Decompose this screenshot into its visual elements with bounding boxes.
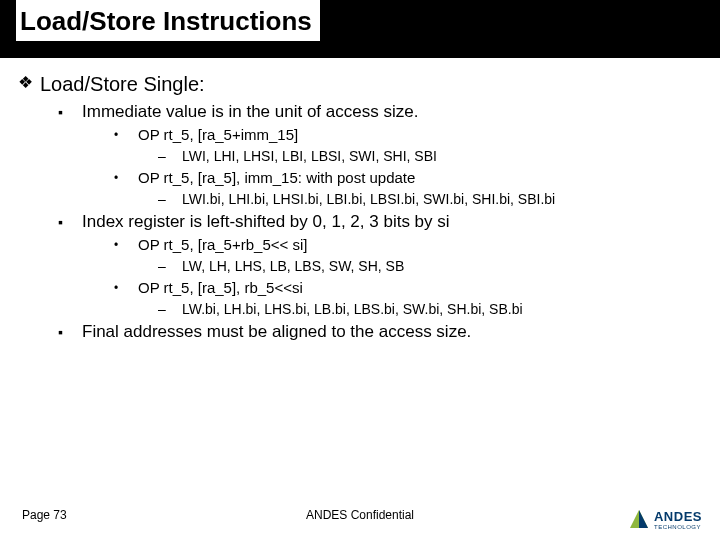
list-item: • OP rt_5, [ra_5], imm_15: with post upd… [114, 169, 702, 187]
list-item: ▪ Immediate value is in the unit of acce… [58, 102, 702, 122]
slide: Load/Store Instructions ❖ Load/Store Sin… [0, 0, 720, 540]
list-item: ▪ Final addresses must be aligned to the… [58, 322, 702, 342]
title-bar: Load/Store Instructions [0, 0, 720, 58]
list-item: – LW.bi, LH.bi, LHS.bi, LB.bi, LBS.bi, S… [158, 300, 702, 318]
slide-content: ❖ Load/Store Single: ▪ Immediate value i… [0, 58, 720, 342]
svg-marker-1 [639, 510, 648, 528]
list-text: LWI.bi, LHI.bi, LHSI.bi, LBI.bi, LBSI.bi… [182, 190, 555, 208]
list-text: Index register is left-shifted by 0, 1, … [82, 212, 450, 232]
andes-logo: ANDES TECHNOLOGY [628, 507, 702, 530]
logo-text: ANDES [654, 509, 702, 524]
footer: Page 73 ANDES Confidential ANDES TECHNOL… [0, 500, 720, 530]
list-text: LW.bi, LH.bi, LHS.bi, LB.bi, LBS.bi, SW.… [182, 300, 523, 318]
logo-subtext: TECHNOLOGY [654, 524, 702, 530]
list-item: • OP rt_5, [ra_5+imm_15] [114, 126, 702, 144]
logo-mark-icon [628, 508, 650, 530]
list-text: OP rt_5, [ra_5+rb_5<< si] [138, 236, 307, 254]
square-bullet-icon: ▪ [58, 322, 82, 342]
list-text: LW, LH, LHS, LB, LBS, SW, SH, SB [182, 257, 404, 275]
logo-text-wrap: ANDES TECHNOLOGY [654, 507, 702, 530]
page-number: Page 73 [22, 508, 67, 522]
diamond-bullet-icon: ❖ [18, 72, 40, 94]
list-item: • OP rt_5, [ra_5+rb_5<< si] [114, 236, 702, 254]
list-text: Final addresses must be aligned to the a… [82, 322, 471, 342]
dot-bullet-icon: • [114, 279, 138, 297]
list-text: OP rt_5, [ra_5], rb_5<<si [138, 279, 303, 297]
list-text: LWI, LHI, LHSI, LBI, LBSI, SWI, SHI, SBI [182, 147, 437, 165]
square-bullet-icon: ▪ [58, 102, 82, 122]
dash-bullet-icon: – [158, 190, 182, 208]
list-text: OP rt_5, [ra_5], imm_15: with post updat… [138, 169, 415, 187]
list-text: OP rt_5, [ra_5+imm_15] [138, 126, 298, 144]
list-item: – LWI, LHI, LHSI, LBI, LBSI, SWI, SHI, S… [158, 147, 702, 165]
list-item: – LW, LH, LHS, LB, LBS, SW, SH, SB [158, 257, 702, 275]
dot-bullet-icon: • [114, 236, 138, 254]
confidential-label: ANDES Confidential [306, 508, 414, 522]
list-item: – LWI.bi, LHI.bi, LHSI.bi, LBI.bi, LBSI.… [158, 190, 702, 208]
square-bullet-icon: ▪ [58, 212, 82, 232]
list-text: Immediate value is in the unit of access… [82, 102, 418, 122]
dash-bullet-icon: – [158, 300, 182, 318]
dot-bullet-icon: • [114, 126, 138, 144]
dash-bullet-icon: – [158, 257, 182, 275]
section-text: Load/Store Single: [40, 72, 205, 96]
slide-title: Load/Store Instructions [16, 0, 320, 41]
list-item: ▪ Index register is left-shifted by 0, 1… [58, 212, 702, 232]
dash-bullet-icon: – [158, 147, 182, 165]
list-item: • OP rt_5, [ra_5], rb_5<<si [114, 279, 702, 297]
section-heading: ❖ Load/Store Single: [18, 72, 702, 96]
dot-bullet-icon: • [114, 169, 138, 187]
